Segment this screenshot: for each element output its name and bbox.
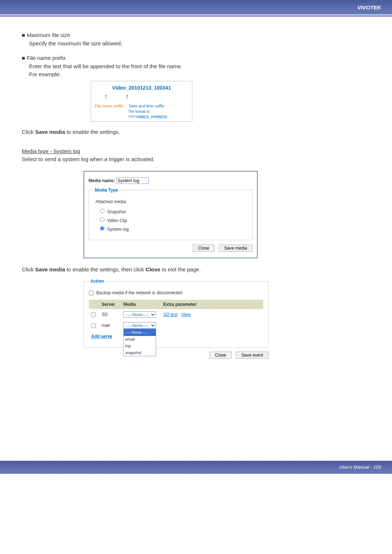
syslog-desc: Select to send a system log when a trigg… [22, 155, 370, 164]
th-extra: Extra parameter [161, 300, 263, 309]
for-example-label: For example: [29, 71, 61, 77]
mail-checkbox[interactable] [91, 323, 96, 328]
filename-example-box: Video_20101213_100341 ↑↑ File name prefi… [91, 81, 192, 122]
media-type-legend: Media Type [93, 187, 119, 193]
event-button-row: Close Save event [83, 351, 269, 359]
action-table: Server Media Extra parameter SD -----Non… [89, 300, 263, 342]
table-header-row: Server Media Extra parameter [89, 300, 263, 309]
event-close-button[interactable]: Close [209, 352, 232, 359]
radio-snapshot-label: Snapshot [107, 209, 126, 214]
dropdown-option[interactable]: snapshot [124, 349, 156, 356]
prefix-caption: File name prefix [95, 103, 127, 109]
bullet-max-file-size: ■Maximum file size Specify the maximum f… [22, 31, 370, 48]
sd-media-select[interactable]: -----None----- [123, 311, 156, 318]
media-name-input[interactable] [116, 177, 149, 184]
th-media: Media [121, 300, 161, 309]
footer-bar: User's Manual - 103 [0, 461, 392, 474]
action-legend: Action [89, 278, 105, 284]
sd-label: SD [99, 309, 121, 320]
action-fieldset: Action Backup media if the network is di… [83, 278, 269, 348]
table-row-sd: SD -----None----- SD test View [89, 309, 263, 320]
media-save-button[interactable]: Save media [219, 245, 253, 252]
arrow-icons: ↑↑ [95, 92, 188, 102]
syslog-heading: Media type - System log [22, 147, 370, 156]
suffix-format: The format is: YYYYMMDD_HHMMSS [128, 109, 188, 120]
media-name-label: Media name: [89, 178, 115, 183]
prefix-title: File name prefix [27, 55, 66, 61]
max-size-title: Maximum file size [27, 32, 70, 38]
brand-text: VIVOTEK [357, 4, 381, 11]
suffix-caption: Date and time suffix [129, 103, 164, 109]
radio-system-log[interactable] [100, 226, 105, 231]
table-row-mail: mail -----None----- -----None----- email… [89, 320, 263, 331]
media-close-button[interactable]: Close [193, 245, 215, 252]
attached-media-label: Attached media: [95, 198, 248, 205]
prefix-desc: Enter the text that will be appended to … [29, 63, 182, 69]
radio-system-log-label: System log [107, 227, 128, 232]
media-dialog: Media name: Media Type Attached media: S… [83, 171, 258, 258]
event-save-button[interactable]: Save event [236, 352, 269, 359]
radio-video-clip[interactable] [100, 217, 105, 222]
max-size-desc: Specify the maximum file size allowed. [29, 40, 122, 46]
table-row-addserver: Add serve dia ▼ [89, 331, 263, 342]
backup-label: Backup media if the network is disconnec… [96, 290, 182, 295]
radio-snapshot[interactable] [100, 209, 105, 213]
sd-view-link[interactable]: View [181, 312, 191, 317]
dropdown-option[interactable]: email [124, 336, 156, 343]
example-filename: Video_20101213_100341 [95, 84, 188, 92]
radio-video-clip-label: Video Clip [107, 218, 127, 223]
save-media-instruction-1: Click Save media to enable the settings. [22, 128, 370, 136]
sd-test-link[interactable]: SD test [163, 312, 177, 317]
page-content: ■Maximum file size Specify the maximum f… [0, 17, 392, 366]
sd-checkbox[interactable] [91, 312, 96, 317]
header-bar: VIVOTEK [0, 0, 392, 15]
add-server-link[interactable]: Add serve [91, 334, 112, 339]
dropdown-option[interactable]: log [124, 342, 156, 349]
backup-checkbox[interactable] [89, 291, 94, 295]
mail-media-select[interactable]: -----None----- [123, 322, 156, 329]
th-server: Server [99, 300, 121, 309]
bullet-file-name-prefix: ■File name prefix Enter the text that wi… [22, 54, 370, 122]
save-close-instruction: Click Save media to enable the settings,… [22, 266, 370, 274]
dropdown-option[interactable]: -----None----- [124, 329, 156, 336]
footer-text: User's Manual - 103 [339, 464, 381, 470]
mail-media-dropdown-open[interactable]: -----None----- email log snapshot [123, 329, 156, 356]
mail-label: mail [99, 320, 121, 331]
media-type-fieldset: Media Type Attached media: Snapshot Vide… [89, 187, 253, 240]
